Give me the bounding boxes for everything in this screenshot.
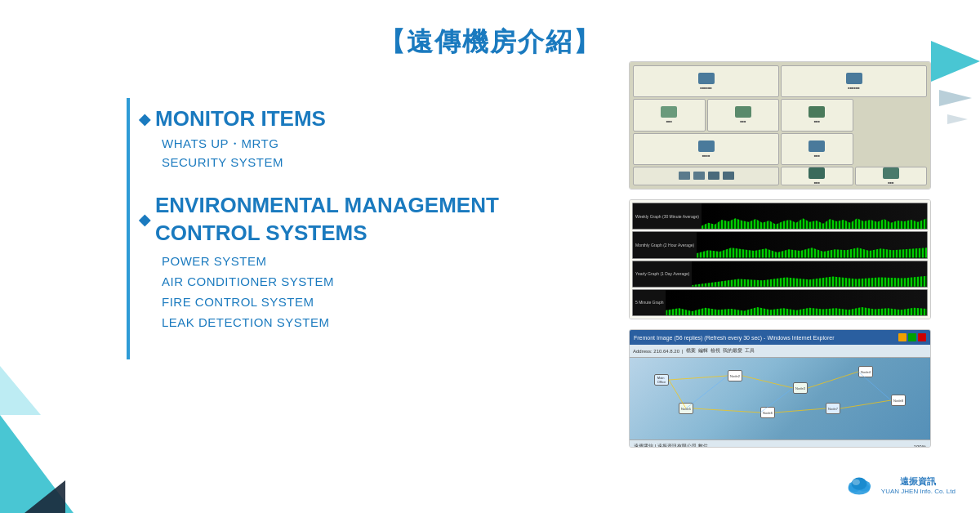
- svg-line-1: [742, 376, 793, 388]
- svg-marker-12: [0, 366, 41, 415]
- map-node-6: Node6: [760, 407, 775, 418]
- chart-row-3: Yearly Graph (1 Day Average): [632, 261, 928, 288]
- monitor-heading: MONITOR ITEMS: [155, 106, 326, 132]
- section-monitor: ◆ MONITOR ITEMS WHATS UP・MRTG SECURITY S…: [139, 106, 564, 169]
- env-item-2: AIR CONDITIONER SYSTEM: [162, 274, 564, 288]
- chart-green-3: [692, 271, 927, 287]
- bullet-diamond-1: ◆: [139, 110, 150, 128]
- chart-label-3: Yearly Graph (1 Day Average): [633, 270, 692, 278]
- grid-cell: [633, 167, 779, 185]
- grid-icon: [846, 73, 862, 84]
- section-env: ◆ ENVIRONMENTAL MANAGEMENT CONTROL SYSTE…: [139, 192, 564, 329]
- toolbar-item-3: 檢視: [710, 347, 720, 355]
- section-env-title: ◆ ENVIRONMENTAL MANAGEMENT CONTROL SYSTE…: [139, 192, 564, 248]
- chart-green-1: [702, 214, 927, 230]
- panel-grid: ■■■■■■ ■■■■■■ ■■■ ■■■ ■■■ ■■■■: [630, 62, 930, 189]
- env-title-text: ENVIRONMENTAL MANAGEMENT CONTROL SYSTEMS: [155, 192, 499, 248]
- deco-triangles-right: [931, 41, 980, 139]
- map-node-8: Node8: [891, 395, 906, 406]
- chart-bars-4: [666, 290, 927, 315]
- grid-cell: ■■■: [781, 167, 853, 185]
- monitor-item-1: WHATS UP・MRTG: [162, 136, 564, 152]
- svg-line-5: [775, 408, 826, 413]
- grid-cell: ■■■: [707, 99, 780, 131]
- grid-icon: [661, 106, 677, 118]
- screenshot-panel-3: Fremont Image (56 replies) (Refresh ever…: [629, 329, 931, 448]
- titlebar-controls: [898, 333, 926, 341]
- grid-cell: ■■■■: [633, 133, 779, 165]
- chart-green-2: [697, 243, 927, 258]
- chart-bars-1: [702, 203, 927, 229]
- images-area: ■■■■■■ ■■■■■■ ■■■ ■■■ ■■■ ■■■■: [629, 61, 931, 448]
- logo-area: 遠振資訊 YUAN JHEN Info. Co. Ltd: [844, 470, 956, 501]
- svg-line-2: [808, 372, 858, 388]
- svg-point-20: [852, 479, 860, 485]
- chart-bars-3: [692, 261, 927, 287]
- map-node-1: MainOffice: [654, 374, 669, 386]
- chart-label-4: 5 Minute Graph: [633, 298, 666, 306]
- env-item-1: POWER SYSTEM: [162, 254, 564, 268]
- toolbar-item-4: 我的最愛: [723, 347, 742, 355]
- content-left: ◆ MONITOR ITEMS WHATS UP・MRTG SECURITY S…: [139, 106, 564, 329]
- chart-green-4: [666, 306, 927, 316]
- grid-icon: [808, 167, 825, 179]
- chart-row-4: 5 Minute Graph: [632, 289, 928, 316]
- grid-cell: ■■■■■■: [633, 65, 779, 97]
- svg-marker-15: [947, 114, 968, 124]
- env-heading-line1: ENVIRONMENTAL MANAGEMENT: [155, 192, 499, 220]
- toolbar-item-1: 檔案: [686, 347, 696, 355]
- grid-icon: [698, 141, 715, 152]
- map-node-7: Node7: [826, 403, 840, 414]
- svg-marker-13: [931, 41, 980, 82]
- chart-row-1: Weekly Graph (30 Minute Average): [632, 203, 928, 230]
- env-heading-line2: CONTROL SYSTEMS: [155, 220, 499, 248]
- toolbar-sep: |: [682, 349, 684, 354]
- panel-toolbar: Address: 210.64.8.20 | 檔案 編輯 檢視 我的最愛 工具: [630, 345, 930, 358]
- section-monitor-title: ◆ MONITOR ITEMS: [139, 106, 564, 132]
- toolbar-address: Address: 210.64.8.20: [633, 349, 679, 354]
- bullet-diamond-2: ◆: [139, 211, 150, 229]
- toolbar-item-2: 編輯: [698, 347, 708, 355]
- logo-icon: [844, 470, 875, 501]
- grid-cell: ■■■: [633, 99, 706, 131]
- map-node-3: Node3: [793, 382, 808, 394]
- maximize-btn[interactable]: [908, 333, 916, 341]
- left-accent-line: [127, 98, 130, 359]
- env-sub-items: POWER SYSTEM AIR CONDITIONER SYSTEM FIRE…: [162, 254, 564, 329]
- deco-triangles-left: [0, 366, 106, 513]
- env-item-4: LEAK DETECTION SYSTEM: [162, 315, 564, 329]
- chart-bars-2: [697, 232, 927, 257]
- screenshot-panel-2: Weekly Graph (30 Minute Average) Monthly…: [629, 199, 931, 319]
- grid-icon: [698, 73, 715, 84]
- map-node-5: Node5: [679, 403, 693, 414]
- grid-icon: [883, 167, 899, 179]
- panel-titlebar: Fremont Image (56 replies) (Refresh ever…: [630, 330, 930, 345]
- panel-statusbar: 遠傳電信 | 遠振資訊有限公司 數位 100%: [630, 439, 930, 448]
- grid-icon: [735, 106, 751, 118]
- env-item-3: FIRE CONTROL SYSTEM: [162, 295, 564, 309]
- monitor-item-2: SECURITY SYSTEM: [162, 155, 564, 169]
- svg-line-4: [693, 408, 760, 413]
- network-lines: [630, 358, 930, 439]
- chart-row-2: Monthly Graph (2 Hour Average): [632, 231, 928, 258]
- grid-cell: ■■■: [781, 133, 853, 165]
- svg-marker-14: [939, 90, 972, 106]
- page-title: 【遠傳機房介紹】: [0, 0, 980, 60]
- grid-cell: ■■■: [855, 167, 928, 185]
- grid-cell: ■■■■■■: [781, 65, 927, 97]
- chart-label-1: Weekly Graph (30 Minute Average): [633, 212, 702, 221]
- logo-sub: YUAN JHEN Info. Co. Ltd: [881, 488, 956, 495]
- logo-name: 遠振資訊: [881, 475, 956, 487]
- network-map: MainOffice Node2 Node3 Node4 Node5 Node6…: [630, 358, 930, 439]
- chart-label-2: Monthly Graph (2 Hour Average): [633, 241, 697, 249]
- grid-icon: [808, 141, 825, 152]
- map-node-4: Node4: [858, 366, 873, 377]
- grid-cell: ■■■: [781, 99, 853, 131]
- minimize-btn[interactable]: [898, 333, 906, 341]
- close-btn[interactable]: [918, 333, 926, 341]
- map-node-2: Node2: [728, 370, 742, 381]
- toolbar-item-5: 工具: [745, 347, 755, 355]
- panel-charts: Weekly Graph (30 Minute Average) Monthly…: [630, 200, 930, 319]
- screenshot-panel-1: ■■■■■■ ■■■■■■ ■■■ ■■■ ■■■ ■■■■: [629, 61, 931, 190]
- grid-icon: [808, 106, 825, 118]
